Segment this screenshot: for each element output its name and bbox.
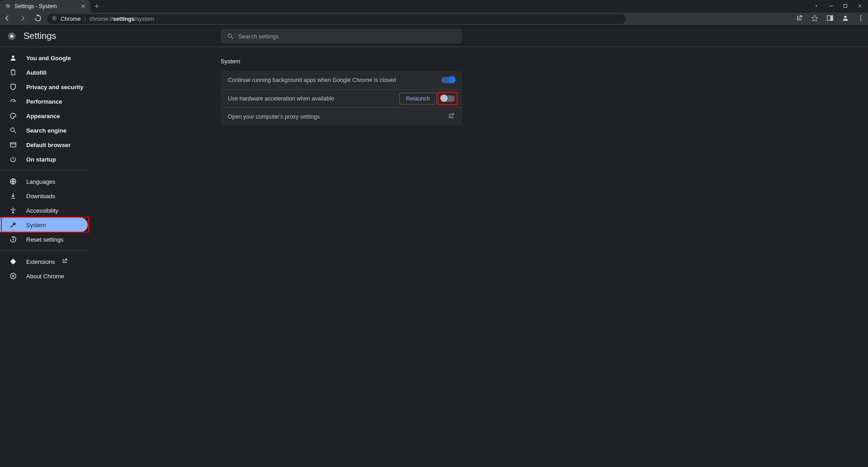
svg-point-8 [860,17,862,19]
sidebar-item-search[interactable]: Search engine [0,123,88,138]
svg-point-26 [12,275,14,277]
svg-point-12 [228,34,232,38]
sidebar-item-startup[interactable]: On startup [0,152,88,167]
svg-point-9 [860,19,862,21]
sidebar-item-label: Accessibility [26,207,58,214]
tab-title: Settings - System [14,3,57,10]
svg-line-17 [13,101,14,102]
sidebar-item-label: Reset settings [26,236,63,243]
setting-row-hw_accel: Use hardware acceleration when available… [221,89,462,107]
window-minimize-button[interactable] [828,3,834,10]
sidebar-item-label: Performance [26,98,62,105]
sidebar-divider [0,250,89,251]
search-icon [227,33,234,40]
omnibox-url: chrome://settings/system [90,16,154,22]
download-icon [9,192,17,200]
tab-close-icon[interactable]: ✕ [80,3,86,10]
share-icon[interactable] [796,14,803,24]
tab-search-button[interactable] [814,3,819,10]
svg-point-11 [10,34,14,38]
setting-label: Open your computer's proxy settings [228,114,320,120]
sidebar-item-label: On startup [26,156,56,163]
settings-panel: Continue running background apps when Go… [221,71,462,125]
chrome-menu-icon[interactable] [857,14,864,24]
window-titlebar: Settings - System ✕ + [0,0,868,13]
svg-line-13 [231,37,233,39]
globe-icon [9,178,17,185]
extension-icon [9,258,17,265]
sidebar-item-label: Extensions [26,258,55,265]
sidebar-item-privacy[interactable]: Privacy and security [0,80,88,94]
nav-forward-button[interactable] [19,14,26,24]
sidebar-item-you[interactable]: You and Google [0,51,88,65]
toggle-bg_apps[interactable] [441,77,455,83]
speed-icon [9,98,17,105]
setting-row-proxy[interactable]: Open your computer's proxy settings [221,107,462,125]
sidebar-item-reset[interactable]: Reset settings [0,232,88,247]
profile-icon[interactable] [842,14,849,24]
history-icon [9,236,17,243]
omnibox[interactable]: Chrome | chrome://settings/system [47,14,626,24]
toggle-hw_accel[interactable] [441,95,455,102]
gear-icon [5,3,11,10]
sidebar-item-default[interactable]: Default browser [0,138,88,152]
svg-rect-16 [12,69,14,71]
sidebar-item-label: System [26,222,46,229]
sidebar-item-label: Downloads [26,193,55,200]
search-icon [9,127,17,134]
settings-search-input[interactable] [238,33,456,40]
svg-point-14 [12,56,14,58]
sidebar-item-label: Languages [26,178,55,185]
svg-rect-15 [11,70,15,75]
window-controls [814,3,868,10]
sidebar-item-autofill[interactable]: Autofill [0,65,88,80]
omnibox-chrome-label: Chrome [61,16,80,22]
sidebar-item-appearance[interactable]: Appearance [0,109,88,123]
chrome-icon [9,272,17,280]
relaunch-button[interactable]: Relaunch [399,93,437,105]
sidebar-item-label: Autofill [26,69,47,76]
shield-icon [9,83,17,91]
window-maximize-button[interactable] [843,3,848,10]
sidebar-item-label: Search engine [26,127,66,134]
settings-main: System Continue running background apps … [116,47,868,467]
sidebar-item-label: Privacy and security [26,84,83,91]
sidebar-item-extensions[interactable]: Extensions [0,254,88,269]
sidebar-item-performance[interactable]: Performance [0,94,88,109]
browser-toolbar: Chrome | chrome://settings/system [0,13,868,25]
bookmark-icon[interactable] [811,14,818,24]
section-title: System [221,58,868,65]
open-external-icon [448,112,455,121]
svg-point-3 [53,17,55,19]
nav-back-button[interactable] [4,14,11,24]
svg-point-24 [13,208,14,209]
sidebar-item-about[interactable]: About Chrome [0,269,88,283]
chrome-logo-icon [7,32,16,41]
clipboard-icon [9,69,17,76]
svg-point-18 [11,128,14,132]
sidebar-item-accessibility[interactable]: Accessibility [0,203,88,218]
window-close-button[interactable] [857,3,863,10]
sidebar-item-label: You and Google [26,55,71,62]
new-tab-button[interactable]: + [90,2,103,11]
person-icon [9,54,17,62]
sidebar-item-downloads[interactable]: Downloads [0,189,88,203]
svg-rect-1 [844,4,847,7]
svg-rect-5 [830,15,833,20]
browser-tab[interactable]: Settings - System ✕ [0,0,90,13]
settings-search[interactable] [221,29,462,43]
svg-rect-20 [10,143,16,147]
sidebar-divider [0,170,89,171]
settings-sidebar: You and GoogleAutofillPrivacy and securi… [0,47,116,467]
sidebar-item-languages[interactable]: Languages [0,174,88,189]
setting-label: Continue running background apps when Go… [228,77,396,83]
side-panel-icon[interactable] [826,14,834,24]
svg-point-7 [860,15,862,17]
sidebar-item-label: Appearance [26,113,60,119]
svg-rect-0 [829,5,833,6]
power-icon [9,156,17,163]
accessibility-icon [9,207,17,214]
setting-label: Use hardware acceleration when available [228,95,334,102]
nav-reload-button[interactable] [34,14,42,24]
sidebar-item-system[interactable]: System [0,218,88,232]
